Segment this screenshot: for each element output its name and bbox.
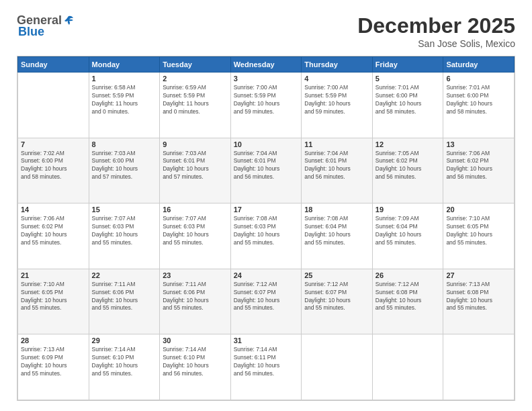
day-info: Sunrise: 7:00 AM Sunset: 5:59 PM Dayligh… xyxy=(304,84,369,116)
calendar-cell: 28Sunrise: 7:13 AM Sunset: 6:09 PM Dayli… xyxy=(18,334,89,400)
calendar-cell: 3Sunrise: 7:00 AM Sunset: 5:59 PM Daylig… xyxy=(230,73,302,138)
title-section: December 2025 San Jose Solis, Mexico xyxy=(357,13,515,49)
calendar-cell xyxy=(443,334,515,400)
day-info: Sunrise: 7:04 AM Sunset: 6:01 PM Dayligh… xyxy=(304,150,369,182)
calendar-week-3: 14Sunrise: 7:06 AM Sunset: 6:02 PM Dayli… xyxy=(18,203,515,269)
calendar-header-row: SundayMondayTuesdayWednesdayThursdayFrid… xyxy=(18,57,515,73)
calendar-header-saturday: Saturday xyxy=(443,57,515,73)
logo: General Blue xyxy=(17,13,75,39)
calendar-cell: 17Sunrise: 7:08 AM Sunset: 6:03 PM Dayli… xyxy=(230,203,302,269)
day-number: 7 xyxy=(21,140,86,148)
day-number: 28 xyxy=(21,336,86,345)
calendar-week-2: 7Sunrise: 7:02 AM Sunset: 6:00 PM Daylig… xyxy=(18,138,515,203)
day-info: Sunrise: 7:05 AM Sunset: 6:02 PM Dayligh… xyxy=(375,150,441,182)
calendar-cell: 15Sunrise: 7:07 AM Sunset: 6:03 PM Dayli… xyxy=(89,203,160,269)
day-number: 14 xyxy=(21,205,86,214)
day-number: 25 xyxy=(304,271,369,279)
day-number: 2 xyxy=(163,75,228,83)
day-number: 29 xyxy=(92,336,157,345)
day-number: 11 xyxy=(304,140,369,148)
calendar-cell: 29Sunrise: 7:14 AM Sunset: 6:10 PM Dayli… xyxy=(89,334,160,400)
day-number: 30 xyxy=(163,336,228,345)
day-info: Sunrise: 7:12 AM Sunset: 6:08 PM Dayligh… xyxy=(375,281,441,313)
day-number: 9 xyxy=(163,140,228,148)
day-number: 8 xyxy=(92,140,157,148)
day-info: Sunrise: 7:11 AM Sunset: 6:06 PM Dayligh… xyxy=(163,281,228,313)
day-number: 21 xyxy=(21,271,86,279)
day-info: Sunrise: 7:01 AM Sunset: 6:00 PM Dayligh… xyxy=(375,84,441,116)
calendar-cell xyxy=(372,334,443,400)
day-info: Sunrise: 7:08 AM Sunset: 6:03 PM Dayligh… xyxy=(234,215,299,247)
day-number: 24 xyxy=(234,271,299,279)
header: General Blue December 2025 San Jose Soli… xyxy=(17,13,515,49)
calendar-cell: 16Sunrise: 7:07 AM Sunset: 6:03 PM Dayli… xyxy=(160,203,231,269)
calendar-week-4: 21Sunrise: 7:10 AM Sunset: 6:05 PM Dayli… xyxy=(18,269,515,334)
day-number: 15 xyxy=(92,205,157,214)
calendar-header-tuesday: Tuesday xyxy=(160,57,231,73)
day-number: 27 xyxy=(446,271,511,279)
calendar-cell: 7Sunrise: 7:02 AM Sunset: 6:00 PM Daylig… xyxy=(18,138,89,203)
day-info: Sunrise: 7:02 AM Sunset: 6:00 PM Dayligh… xyxy=(21,150,86,182)
day-info: Sunrise: 7:10 AM Sunset: 6:05 PM Dayligh… xyxy=(446,215,511,247)
day-number: 10 xyxy=(234,140,299,148)
calendar-cell: 19Sunrise: 7:09 AM Sunset: 6:04 PM Dayli… xyxy=(372,203,443,269)
logo-blue: Blue xyxy=(18,25,44,39)
day-info: Sunrise: 7:06 AM Sunset: 6:02 PM Dayligh… xyxy=(21,215,86,247)
calendar-cell: 23Sunrise: 7:11 AM Sunset: 6:06 PM Dayli… xyxy=(160,269,231,334)
day-info: Sunrise: 6:59 AM Sunset: 5:59 PM Dayligh… xyxy=(163,84,228,116)
month-title: December 2025 xyxy=(357,13,515,38)
calendar-cell: 11Sunrise: 7:04 AM Sunset: 6:01 PM Dayli… xyxy=(302,138,373,203)
day-number: 12 xyxy=(375,140,441,148)
calendar-header-wednesday: Wednesday xyxy=(230,57,302,73)
day-info: Sunrise: 7:13 AM Sunset: 6:09 PM Dayligh… xyxy=(21,346,86,378)
calendar-cell: 9Sunrise: 7:03 AM Sunset: 6:01 PM Daylig… xyxy=(160,138,231,203)
day-number: 23 xyxy=(163,271,228,279)
calendar-cell: 8Sunrise: 7:03 AM Sunset: 6:00 PM Daylig… xyxy=(89,138,160,203)
day-number: 1 xyxy=(92,75,157,83)
day-info: Sunrise: 7:14 AM Sunset: 6:10 PM Dayligh… xyxy=(163,346,228,378)
day-info: Sunrise: 7:11 AM Sunset: 6:06 PM Dayligh… xyxy=(92,281,157,313)
day-number: 17 xyxy=(234,205,299,214)
calendar-cell: 31Sunrise: 7:14 AM Sunset: 6:11 PM Dayli… xyxy=(230,334,302,400)
calendar-cell: 21Sunrise: 7:10 AM Sunset: 6:05 PM Dayli… xyxy=(18,269,89,334)
day-info: Sunrise: 7:07 AM Sunset: 6:03 PM Dayligh… xyxy=(163,215,228,247)
day-number: 3 xyxy=(234,75,299,83)
day-info: Sunrise: 7:03 AM Sunset: 6:00 PM Dayligh… xyxy=(92,150,157,182)
day-info: Sunrise: 7:12 AM Sunset: 6:07 PM Dayligh… xyxy=(304,281,369,313)
calendar-cell: 5Sunrise: 7:01 AM Sunset: 6:00 PM Daylig… xyxy=(372,73,443,138)
calendar: SundayMondayTuesdayWednesdayThursdayFrid… xyxy=(17,56,515,401)
day-info: Sunrise: 7:03 AM Sunset: 6:01 PM Dayligh… xyxy=(163,150,228,182)
day-info: Sunrise: 7:04 AM Sunset: 6:01 PM Dayligh… xyxy=(234,150,299,182)
day-info: Sunrise: 7:07 AM Sunset: 6:03 PM Dayligh… xyxy=(92,215,157,247)
calendar-cell: 10Sunrise: 7:04 AM Sunset: 6:01 PM Dayli… xyxy=(230,138,302,203)
day-info: Sunrise: 7:14 AM Sunset: 6:11 PM Dayligh… xyxy=(234,346,299,378)
calendar-cell: 13Sunrise: 7:06 AM Sunset: 6:02 PM Dayli… xyxy=(443,138,515,203)
day-info: Sunrise: 7:13 AM Sunset: 6:08 PM Dayligh… xyxy=(446,281,511,313)
calendar-cell: 30Sunrise: 7:14 AM Sunset: 6:10 PM Dayli… xyxy=(160,334,231,400)
calendar-cell: 2Sunrise: 6:59 AM Sunset: 5:59 PM Daylig… xyxy=(160,73,231,138)
day-number: 26 xyxy=(375,271,441,279)
calendar-cell: 25Sunrise: 7:12 AM Sunset: 6:07 PM Dayli… xyxy=(302,269,373,334)
calendar-cell: 20Sunrise: 7:10 AM Sunset: 6:05 PM Dayli… xyxy=(443,203,515,269)
day-info: Sunrise: 7:06 AM Sunset: 6:02 PM Dayligh… xyxy=(446,150,511,182)
day-info: Sunrise: 6:58 AM Sunset: 5:59 PM Dayligh… xyxy=(92,84,157,116)
day-number: 5 xyxy=(375,75,441,83)
location: San Jose Solis, Mexico xyxy=(357,38,515,49)
logo-bird-icon xyxy=(62,15,75,27)
calendar-cell: 6Sunrise: 7:01 AM Sunset: 6:00 PM Daylig… xyxy=(443,73,515,138)
calendar-header-sunday: Sunday xyxy=(18,57,89,73)
day-info: Sunrise: 7:08 AM Sunset: 6:04 PM Dayligh… xyxy=(304,215,369,247)
day-info: Sunrise: 7:00 AM Sunset: 5:59 PM Dayligh… xyxy=(234,84,299,116)
day-info: Sunrise: 7:14 AM Sunset: 6:10 PM Dayligh… xyxy=(92,346,157,378)
calendar-cell: 22Sunrise: 7:11 AM Sunset: 6:06 PM Dayli… xyxy=(89,269,160,334)
day-number: 16 xyxy=(163,205,228,214)
calendar-cell: 18Sunrise: 7:08 AM Sunset: 6:04 PM Dayli… xyxy=(302,203,373,269)
day-number: 4 xyxy=(304,75,369,83)
calendar-header-friday: Friday xyxy=(372,57,443,73)
day-info: Sunrise: 7:12 AM Sunset: 6:07 PM Dayligh… xyxy=(234,281,299,313)
calendar-cell: 1Sunrise: 6:58 AM Sunset: 5:59 PM Daylig… xyxy=(89,73,160,138)
calendar-week-5: 28Sunrise: 7:13 AM Sunset: 6:09 PM Dayli… xyxy=(18,334,515,400)
calendar-week-1: 1Sunrise: 6:58 AM Sunset: 5:59 PM Daylig… xyxy=(18,73,515,138)
day-number: 22 xyxy=(92,271,157,279)
calendar-cell: 27Sunrise: 7:13 AM Sunset: 6:08 PM Dayli… xyxy=(443,269,515,334)
